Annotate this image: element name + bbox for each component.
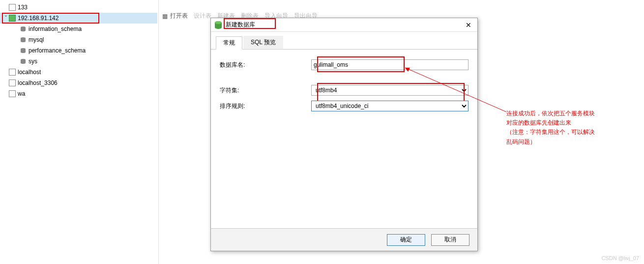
tree-item-db[interactable]: information_schema xyxy=(0,24,157,34)
dialog-titlebar: 新建数据库 ✕ xyxy=(211,18,477,32)
dialog-form: 数据库名: 字符集: utf8mb4 排序规则: utf8mb4_unicode… xyxy=(211,50,477,126)
annotation-line: 对应的数据库先创建出来 xyxy=(506,118,634,128)
connection-active-icon xyxy=(9,15,16,22)
tree-item-db[interactable]: sys xyxy=(0,56,157,67)
svg-point-15 xyxy=(215,21,222,24)
label-db-name: 数据库名: xyxy=(220,61,311,69)
tree-item-db[interactable]: performance_schema xyxy=(0,45,157,56)
chevron-down-icon: ˅ xyxy=(3,15,9,22)
tree-label: mysql xyxy=(29,36,44,43)
svg-point-8 xyxy=(21,51,26,53)
connections-tree: 133 ˅ 192.168.91.142 information_schema … xyxy=(0,0,157,99)
database-green-icon xyxy=(214,21,223,29)
close-button[interactable]: ✕ xyxy=(463,21,474,29)
cancel-button[interactable]: 取消 xyxy=(431,234,469,246)
tab-general[interactable]: 常规 xyxy=(216,36,242,50)
tree-item-wa[interactable]: wa xyxy=(0,88,157,99)
tree-label: localhost xyxy=(18,69,41,76)
tree-item-133[interactable]: 133 xyxy=(0,2,157,13)
watermark: CSDN @lwj_07 xyxy=(601,255,639,261)
row-db-name: 数据库名: xyxy=(220,59,468,70)
tab-sql-preview[interactable]: SQL 预览 xyxy=(243,36,283,49)
tree-label: performance_schema xyxy=(29,47,86,54)
dialog-buttons: 确定 取消 xyxy=(211,228,477,251)
tree-item-db[interactable]: mysql xyxy=(0,34,157,45)
tree-label: localhost_3306 xyxy=(18,79,58,86)
select-collation[interactable]: utf8mb4_unicode_ci xyxy=(311,101,468,111)
input-db-name[interactable] xyxy=(311,59,468,70)
svg-point-2 xyxy=(21,29,26,31)
database-icon xyxy=(20,36,27,43)
tree-item-localhost-3306[interactable]: localhost_3306 xyxy=(0,78,157,88)
svg-point-11 xyxy=(21,62,26,64)
tree-item-localhost[interactable]: localhost xyxy=(0,67,157,78)
database-icon xyxy=(20,26,27,32)
label-collation: 排序规则: xyxy=(220,102,311,110)
annotation-line: （注意：字符集用这个，可以解决 xyxy=(506,128,634,137)
dialog-title: 新建数据库 xyxy=(226,21,463,29)
label-charset: 字符集: xyxy=(220,86,311,95)
connection-icon xyxy=(9,69,16,76)
svg-point-14 xyxy=(215,26,222,29)
row-charset: 字符集: utf8mb4 xyxy=(220,85,468,96)
tree-label: 133 xyxy=(18,4,28,11)
annotation-line: 乱码问题） xyxy=(506,137,634,147)
tree-item-active-connection[interactable]: ˅ 192.168.91.142 xyxy=(0,13,157,24)
database-icon xyxy=(20,47,27,54)
connection-icon xyxy=(9,4,16,11)
dialog-tabs: 常规 SQL 预览 xyxy=(211,32,477,50)
tree-label: 192.168.91.142 xyxy=(18,15,59,22)
database-icon xyxy=(20,58,27,65)
design-table-button: 设计表 xyxy=(194,12,211,20)
panel-divider xyxy=(158,0,159,264)
open-table-button[interactable]: ▦打开表 xyxy=(162,12,188,20)
tree-label: wa xyxy=(18,90,25,97)
ok-button[interactable]: 确定 xyxy=(387,234,425,246)
annotation-line: 连接成功后，依次把五个服务模块 xyxy=(506,109,634,118)
row-collation: 排序规则: utf8mb4_unicode_ci xyxy=(220,101,468,111)
connection-icon xyxy=(9,90,16,97)
tree-label: sys xyxy=(29,58,37,65)
table-icon: ▦ xyxy=(162,13,169,20)
select-charset[interactable]: utf8mb4 xyxy=(311,85,468,96)
connection-icon xyxy=(9,79,16,86)
new-database-dialog: 新建数据库 ✕ 常规 SQL 预览 数据库名: 字符集: utf8mb4 排序规… xyxy=(210,18,478,251)
annotation-text: 连接成功后，依次把五个服务模块 对应的数据库先创建出来 （注意：字符集用这个，可… xyxy=(506,109,634,147)
tree-label: information_schema xyxy=(29,26,82,32)
svg-point-5 xyxy=(21,40,26,42)
